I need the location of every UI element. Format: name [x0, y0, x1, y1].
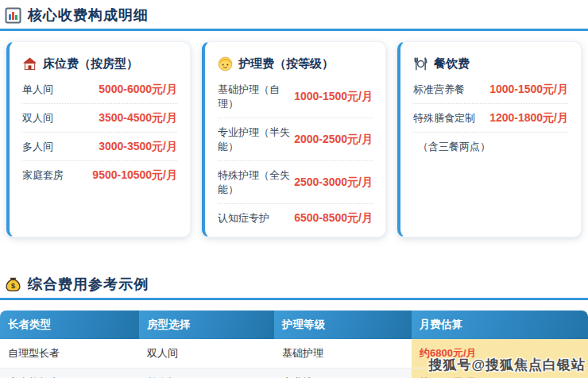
watermark: 搜狐号@搜狐焦点白银站: [428, 356, 586, 374]
cell-care-level: 基础护理: [274, 339, 412, 368]
cell-room-choice: 单人间: [139, 368, 274, 378]
svg-text:$: $: [11, 282, 15, 290]
fee-price: 5000-6000元/月: [99, 83, 177, 97]
fee-row: 多人间 3000-3500元/月: [22, 133, 177, 161]
col-header-room-choice: 房型选择: [139, 310, 274, 339]
fee-row: 专业护理（半失能） 2000-2500元/月: [218, 118, 373, 161]
fee-label: 标准营养餐: [413, 83, 465, 97]
fee-label: 专业护理（半失能）: [218, 125, 294, 154]
table-header-row: 长者类型 房型选择 护理等级 月费估算: [0, 310, 588, 339]
fee-row: 家庭套房 9500-10500元/月: [22, 161, 177, 189]
fee-row: 基础护理（自理） 1000-1500元/月: [218, 75, 373, 118]
fee-price: 2500-3000元/月: [294, 176, 373, 190]
cell-room-choice: 双人间: [139, 339, 274, 368]
money-bag-icon: $: [5, 276, 21, 293]
pricing-page: 核心收费构成明细 床位费（按房型） 单人间 5000-6000元/月 双人间: [0, 0, 588, 378]
section-title-examples: 综合费用参考示例: [28, 275, 149, 294]
card-dining-fee: 餐饮费 标准营养餐 1000-1500元/月 特殊膳食定制 1200-1800元…: [397, 41, 582, 237]
section-title-fees: 核心收费构成明细: [28, 6, 149, 25]
col-header-elder-type: 长者类型: [0, 310, 139, 339]
fee-label: 基础护理（自理）: [218, 83, 294, 111]
fee-row: 单人间 5000-6000元/月: [22, 75, 177, 104]
fee-note-label: （含三餐两点）: [413, 140, 490, 154]
nurse-icon: [218, 56, 233, 71]
fee-row: 特殊膳食定制 1200-1800元/月: [413, 104, 568, 133]
fee-label: 双人间: [22, 111, 53, 125]
house-icon: [22, 56, 37, 71]
fee-row: 认知症专护 6500-8500元/月: [218, 204, 373, 232]
card-nursing-fee: 护理费（按等级） 基础护理（自理） 1000-1500元/月 专业护理（半失能）…: [202, 41, 386, 237]
fee-row: 特殊护理（全失能） 2500-3000元/月: [218, 161, 373, 204]
card-dining-fee-header: 餐饮费: [413, 52, 568, 75]
cell-elder-type: 自理型长者: [0, 339, 139, 368]
fee-label: 多人间: [22, 140, 53, 154]
card-bed-fee: 床位费（按房型） 单人间 5000-6000元/月 双人间 3500-4500元…: [6, 41, 191, 237]
fee-price: 3500-4500元/月: [99, 111, 177, 125]
fee-price: 1200-1800元/月: [489, 111, 568, 125]
col-header-care-level: 护理等级: [274, 310, 412, 339]
fee-row: 标准营养餐 1000-1500元/月: [413, 75, 568, 104]
fee-cards: 床位费（按房型） 单人间 5000-6000元/月 双人间 3500-4500元…: [0, 31, 588, 249]
fee-price: 1000-1500元/月: [294, 90, 373, 104]
fee-price: 9500-10500元/月: [92, 168, 177, 183]
bar-chart-icon: [5, 7, 21, 24]
fee-label: 特殊膳食定制: [413, 111, 475, 125]
fee-row: 双人间 3500-4500元/月: [22, 104, 177, 133]
dining-icon: [413, 56, 428, 71]
fee-label: 家庭套房: [22, 168, 64, 183]
fee-label: 单人间: [22, 83, 53, 97]
section-header-fees: 核心收费构成明细: [0, 0, 588, 31]
fee-label: 特殊护理（全失能）: [218, 168, 294, 197]
card-bed-fee-header: 床位费（按房型）: [22, 52, 177, 75]
fee-price: 1000-1500元/月: [489, 83, 568, 97]
fee-price: 6500-8500元/月: [294, 211, 373, 226]
section-header-examples: $ 综合费用参考示例: [0, 269, 588, 300]
card-nursing-fee-header: 护理费（按等级）: [218, 52, 373, 75]
cell-care-level: 专业护理: [274, 368, 412, 378]
fee-price: 2000-2500元/月: [294, 133, 373, 147]
col-header-monthly-cost: 月费估算: [412, 310, 588, 339]
fee-label: 认知症专护: [218, 211, 269, 226]
fee-note-row: （含三餐两点）: [413, 133, 568, 160]
cell-elder-type: 半失能长者: [0, 368, 139, 378]
card-title: 床位费（按房型）: [43, 56, 138, 71]
card-title: 护理费（按等级）: [238, 56, 334, 71]
card-title: 餐饮费: [434, 56, 470, 71]
fee-price: 3000-3500元/月: [99, 140, 177, 154]
